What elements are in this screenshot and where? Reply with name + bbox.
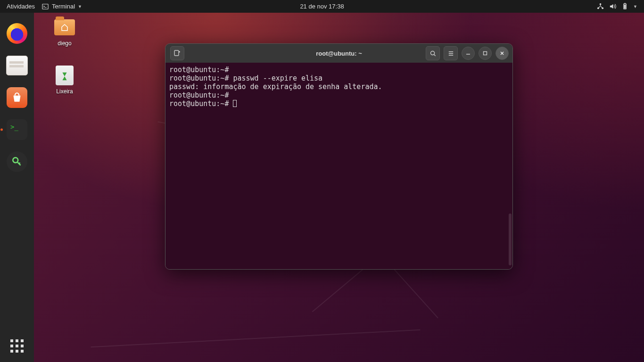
top-bar: Atividades Terminal ▼ 21 de nov 17:38 ▼ — [0, 0, 644, 13]
desktop-icon-label: diego — [58, 40, 71, 47]
window-title: root@ubuntu: ~ — [316, 50, 362, 57]
battery-icon[interactable] — [621, 3, 628, 10]
close-button[interactable] — [495, 47, 509, 60]
desktop-icon-label: Lixeira — [56, 88, 73, 95]
desktop[interactable]: diego Lixeira root@ubuntu: ~ — [34, 13, 644, 362]
window-titlebar[interactable]: root@ubuntu: ~ — [165, 44, 512, 63]
folder-icon — [54, 19, 75, 35]
menu-button[interactable] — [444, 46, 458, 60]
dock-terminal[interactable]: >_ — [6, 118, 28, 141]
app-menu-label: Terminal — [52, 3, 75, 10]
svg-rect-6 — [624, 5, 625, 8]
terminal-cursor — [233, 100, 237, 107]
software-icon — [7, 87, 27, 108]
maximize-button[interactable] — [479, 47, 492, 60]
minimize-button[interactable] — [462, 47, 475, 60]
new-tab-button[interactable] — [170, 46, 184, 60]
search-button[interactable] — [426, 46, 440, 60]
firefox-icon — [7, 23, 27, 44]
volume-icon[interactable] — [609, 3, 616, 10]
show-applications-button[interactable] — [8, 337, 26, 355]
svg-point-9 — [430, 51, 434, 55]
terminal-line: root@ubuntu:~# — [169, 91, 229, 99]
svg-rect-0 — [42, 4, 48, 9]
terminal-line: root@ubuntu:~# passwd --expire elisa — [169, 74, 322, 82]
svg-point-1 — [599, 3, 601, 5]
trash-icon — [56, 66, 74, 85]
activities-button[interactable]: Atividades — [7, 3, 35, 10]
terminal-line: root@ubuntu:~# — [169, 99, 233, 108]
svg-rect-10 — [484, 52, 487, 55]
terminal-app-icon: >_ — [7, 119, 27, 140]
desktop-trash[interactable]: Lixeira — [46, 66, 83, 95]
dock-firefox[interactable] — [6, 22, 28, 45]
dock: >_ — [0, 13, 34, 362]
terminal-output[interactable]: root@ubuntu:~# root@ubuntu:~# passwd --e… — [165, 63, 512, 269]
terminal-line: root@ubuntu:~# — [169, 66, 229, 74]
desktop-folder-diego[interactable]: diego — [46, 17, 83, 47]
terminal-icon — [41, 3, 49, 10]
terminal-line: passwd: informação de expiração de senha… — [169, 82, 382, 91]
terminal-window: root@ubuntu: ~ root@ubuntu:~# ro — [165, 43, 513, 270]
svg-point-7 — [13, 157, 18, 163]
network-icon[interactable] — [596, 3, 604, 10]
svg-rect-8 — [174, 50, 179, 56]
app-menu[interactable]: Terminal ▼ — [41, 3, 82, 10]
system-menu-chevron-icon[interactable]: ▼ — [633, 4, 637, 9]
svg-rect-5 — [624, 3, 626, 3]
scrollbar[interactable] — [509, 214, 512, 265]
dock-files[interactable] — [6, 54, 28, 77]
chevron-down-icon: ▼ — [78, 4, 82, 9]
dock-software[interactable] — [6, 86, 28, 109]
clock[interactable]: 21 de nov 17:38 — [300, 3, 344, 10]
key-icon — [7, 151, 27, 172]
files-icon — [6, 56, 28, 75]
dock-passwords[interactable] — [6, 150, 28, 173]
